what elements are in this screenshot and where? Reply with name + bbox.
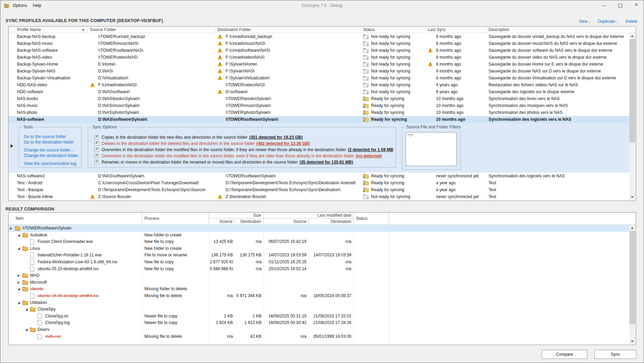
comparison-row[interactable]: CloneSpy.logNewer file to copy1 624 KB1 …: [9, 320, 630, 326]
date-destination: n/a: [310, 238, 351, 245]
expand-arrow-icon[interactable]: [18, 281, 20, 284]
profile-row[interactable]: NAS-photoD:\NAS\photo\Sylvain\\\TOWER\ph…: [9, 109, 630, 116]
destination-folder-path: F:\Sylvain\Virtualization\: [226, 75, 360, 81]
column-header-source-folder[interactable]: Source Folder: [88, 27, 215, 33]
comparison-row[interactable]: LinuxNew folder to create: [9, 245, 630, 252]
column-header-date-source[interactable]: Source: [264, 218, 309, 225]
delete-profile-link[interactable]: Delete: [625, 19, 637, 24]
process-text: New file to copy: [144, 238, 207, 245]
comparison-row[interactable]: Divers: [9, 326, 630, 333]
comparison-row[interactable]: Utilitaires: [9, 300, 630, 306]
comparison-row[interactable]: Microsoft: [9, 279, 630, 286]
change-destination-folder-link[interactable]: Change the destination folder...: [24, 153, 81, 158]
filters-input[interactable]: **/*: [406, 132, 457, 166]
size-destination: n/a: [236, 259, 262, 266]
comparison-row[interactable]: ubuntu-25.10-desktop-amd64.isoNew file t…: [9, 266, 630, 273]
collapse-arrow-icon[interactable]: [25, 328, 28, 331]
comparison-row[interactable]: md5.exeMissing file to deleten/a42 KBn/a…: [9, 333, 630, 340]
scrollbar-thumb[interactable]: [629, 231, 635, 324]
scrollbar-thumb[interactable]: [629, 39, 635, 143]
duplicate-profile-link[interactable]: Duplicate...: [598, 19, 618, 24]
sync-option-label: Overwrites in the destination folder the…: [102, 154, 354, 158]
column-header-date-destination[interactable]: Destination: [309, 218, 354, 225]
expand-arrow-icon[interactable]: [10, 227, 12, 230]
checkbox-checked-icon[interactable]: [94, 154, 98, 158]
profile-row[interactable]: Backup-Sylvain-HomeE:\Home\F:\Sylvain\Ho…: [9, 61, 630, 68]
column-header-size-destination[interactable]: Destination: [235, 218, 264, 225]
menu-help[interactable]: Help: [31, 3, 44, 8]
menu-options[interactable]: Options: [11, 3, 29, 8]
profile-row[interactable]: HDD-softwareD:\NAS\software\D:\software\…: [9, 88, 630, 95]
status-not-ready-icon: !: [363, 35, 369, 39]
checkbox-checked-icon[interactable]: [94, 148, 98, 152]
profile-name: Test - Basique: [17, 186, 86, 193]
profile-row[interactable]: Backup-Sylvain-NASD:\NAS\F:\Sylvain\NAS\…: [9, 68, 630, 75]
close-button[interactable]: ×: [631, 0, 642, 11]
profile-row[interactable]: Backup-NAS-video\\TOWER\video\NAS\F:\Unr…: [9, 54, 630, 61]
column-header-process[interactable]: Process: [142, 213, 209, 225]
profile-row[interactable]: HDD-NAS-videoF:\Unraid\video\NAS\\\TOWER…: [9, 81, 630, 88]
sync-option-count[interactable]: (35 detected for 135,61 MB): [300, 160, 353, 165]
column-header-size-source[interactable]: Source: [209, 218, 235, 225]
collapse-arrow-icon[interactable]: [25, 308, 28, 311]
profiles-scrollbar[interactable]: [629, 33, 635, 200]
scroll-up-button[interactable]: [629, 225, 635, 231]
last-sync-text: 8 months ago: [436, 68, 486, 75]
column-header-description[interactable]: Description: [486, 27, 628, 33]
view-sync-log-link[interactable]: View the synchronization log: [24, 161, 76, 166]
profile-row[interactable]: Test - AndroidC:\Users\sylva\CrossDevice…: [9, 179, 630, 186]
change-source-folder-link[interactable]: Change the source folder...: [24, 148, 74, 153]
maximize-button[interactable]: [614, 0, 626, 11]
checkbox-checked-icon[interactable]: [94, 141, 98, 146]
profile-row[interactable]: Backup-NAS-software\\TOWER\software\NAS\…: [9, 47, 630, 54]
column-header-status[interactable]: Status: [354, 213, 389, 225]
profile-row[interactable]: Backup-Sylvain-VirtualisationD:\Virtuali…: [9, 75, 630, 81]
checkbox-checked-icon[interactable]: [94, 160, 98, 164]
minimize-button[interactable]: [598, 0, 610, 11]
collapse-arrow-icon[interactable]: [18, 302, 20, 304]
comparison-row[interactable]: CloneSpy.iniNewer file to copy2 KB1 KB16…: [9, 313, 630, 320]
profile-row[interactable]: NAS-musicD:\NAS\music\Sylvain\\\TOWER\mu…: [9, 102, 630, 109]
profile-row[interactable]: Test - Boucle infinieZ:\Source Boucle\Z:…: [9, 193, 630, 200]
comparison-row[interactable]: Fusion Client Downloader.exeNew file to …: [9, 238, 630, 245]
comparison-row[interactable]: ubuntu-24.04-desktop-amd64.isoMissing fi…: [9, 293, 630, 300]
go-to-source-folder-link[interactable]: Go to the source folder: [24, 134, 66, 139]
comparison-scrollbar[interactable]: [629, 225, 635, 344]
process-text: Missing file to delete: [144, 293, 207, 300]
scroll-down-button[interactable]: [629, 194, 635, 200]
comparison-row[interactable]: Fedora-Workstation-Live-43-1.6.x86_64.is…: [9, 259, 630, 266]
column-header-item[interactable]: Item: [9, 213, 142, 225]
comparison-row[interactable]: MAO: [9, 272, 630, 279]
sync-option-count[interactable]: (482 detected for 13,36 GB): [256, 141, 310, 146]
destination-folder-path: D:\software\: [226, 88, 360, 95]
sync-option-count[interactable]: (no detected): [356, 154, 382, 158]
go-to-destination-folder-link[interactable]: Go to the destination folder: [24, 140, 74, 145]
compare-button[interactable]: Compare: [542, 350, 587, 359]
profile-row[interactable]: NAS-software2D:\NAS\software\Sylvain\\\T…: [9, 173, 630, 179]
sync-button[interactable]: Sync: [594, 350, 636, 359]
checkbox-checked-icon[interactable]: [94, 135, 98, 139]
collapse-arrow-icon[interactable]: [18, 288, 20, 290]
column-header-status[interactable]: Status: [361, 27, 426, 33]
profile-row[interactable]: NAS-booksD:\NAS\books\Sylvain\\\TOWER\bo…: [9, 95, 630, 102]
profile-row[interactable]: Test - BasiqueD:\Temporaire\Development\…: [9, 186, 630, 193]
comparison-row[interactable]: UbuntuMissing folder to delete: [9, 286, 630, 293]
comparison-row[interactable]: CloneSpy: [9, 306, 630, 313]
sync-option-count[interactable]: (2 detected for 1,59 MB): [348, 147, 394, 152]
column-header-profile-name[interactable]: Profile Name: [15, 27, 88, 33]
profile-row[interactable]: Backup-NAS-music\\TOWER\music\NAS\F:\Unr…: [9, 40, 630, 47]
comparison-row[interactable]: \\TOWER\software\Sylvain: [9, 225, 630, 232]
comparison-row[interactable]: balenaEtcher-Portable-1.18.11.exeFile to…: [9, 252, 630, 259]
profile-row[interactable]: Backup-NAS-backup\\TOWER\unraid_backup\F…: [9, 33, 630, 40]
comparison-row[interactable]: AutodeskNew folder to create: [9, 232, 630, 239]
scroll-down-button[interactable]: [629, 339, 635, 344]
sync-option-count[interactable]: (351 detected for 19,23 GB): [249, 135, 303, 140]
collapse-arrow-icon[interactable]: [18, 234, 20, 236]
expand-arrow-icon[interactable]: [18, 274, 20, 277]
column-header-destination-folder[interactable]: Destination Folder: [215, 27, 361, 33]
column-header-last-sync[interactable]: Last Sync: [426, 27, 486, 33]
collapse-arrow-icon[interactable]: [18, 247, 20, 250]
scroll-up-button[interactable]: [629, 33, 635, 39]
new-profile-link[interactable]: New...: [579, 19, 590, 24]
profile-row[interactable]: NAS-softwareD:\NAS\software\Sylvain\\\TO…: [9, 116, 630, 123]
